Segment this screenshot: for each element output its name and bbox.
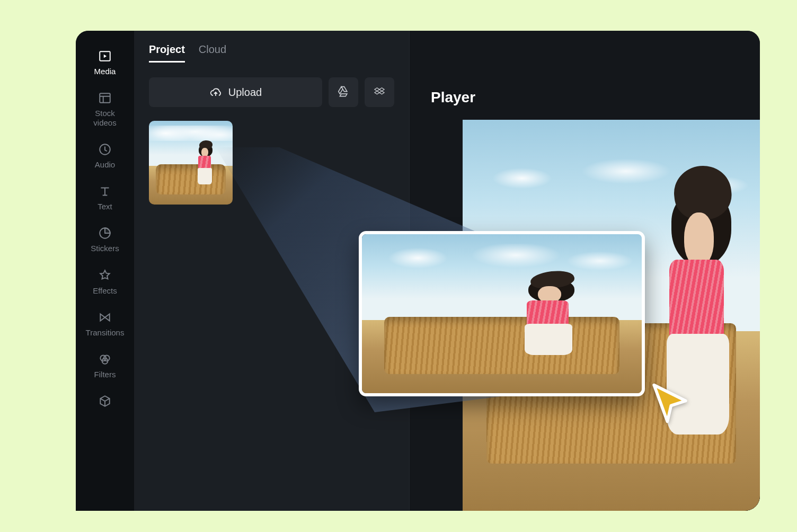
transitions-icon: [98, 310, 112, 325]
text-icon: [98, 184, 112, 199]
upload-button[interactable]: Upload: [149, 77, 322, 107]
rail-item-effects[interactable]: Effects: [76, 268, 134, 295]
rail-label: Stock videos: [93, 109, 116, 127]
cloud-upload-icon: [209, 86, 222, 99]
audio-icon: [98, 142, 112, 157]
dropbox-button[interactable]: [365, 77, 394, 107]
rail-label: Stickers: [91, 244, 119, 253]
media-item-1[interactable]: [149, 121, 233, 205]
rail-label: Text: [98, 202, 112, 211]
effects-icon: [98, 268, 112, 283]
rail-item-stickers[interactable]: Stickers: [76, 226, 134, 253]
drag-preview[interactable]: [359, 231, 645, 396]
panel-tabs: Project Cloud: [149, 43, 394, 63]
svg-rect-1: [100, 94, 110, 103]
editor-window: Media Stock videos Audio Text: [76, 31, 760, 511]
google-drive-button[interactable]: [329, 77, 358, 107]
rail-item-stock-videos[interactable]: Stock videos: [76, 91, 134, 127]
rail-item-filters[interactable]: Filters: [76, 352, 134, 379]
upload-label: Upload: [228, 86, 262, 99]
app-stage: Media Stock videos Audio Text: [37, 21, 760, 511]
rail-item-audio[interactable]: Audio: [76, 142, 134, 169]
player-title: Player: [431, 89, 475, 106]
rail-label: Filters: [94, 370, 116, 379]
tab-project[interactable]: Project: [149, 43, 185, 63]
tab-cloud[interactable]: Cloud: [199, 43, 226, 63]
cube-icon: [98, 394, 112, 409]
rail-label: Audio: [95, 160, 115, 169]
rail-item-text[interactable]: Text: [76, 184, 134, 211]
rail-item-transitions[interactable]: Transitions: [76, 310, 134, 337]
rail-item-elements[interactable]: [76, 394, 134, 412]
media-thumbnails: [149, 121, 394, 205]
rail-label: Effects: [93, 286, 117, 295]
rail-label: Transitions: [86, 328, 125, 337]
dropbox-icon: [373, 86, 386, 99]
layout-icon: [98, 91, 112, 105]
rail-item-media[interactable]: Media: [76, 49, 134, 76]
google-drive-icon: [337, 86, 350, 99]
media-thumbnail-image: [149, 121, 233, 205]
media-icon: [98, 49, 112, 64]
drag-preview-image: [362, 234, 642, 393]
stickers-icon: [98, 226, 112, 241]
filters-icon: [98, 352, 112, 367]
panel-actions: Upload: [149, 77, 394, 107]
rail-label: Media: [94, 67, 116, 76]
left-rail: Media Stock videos Audio Text: [76, 31, 134, 511]
